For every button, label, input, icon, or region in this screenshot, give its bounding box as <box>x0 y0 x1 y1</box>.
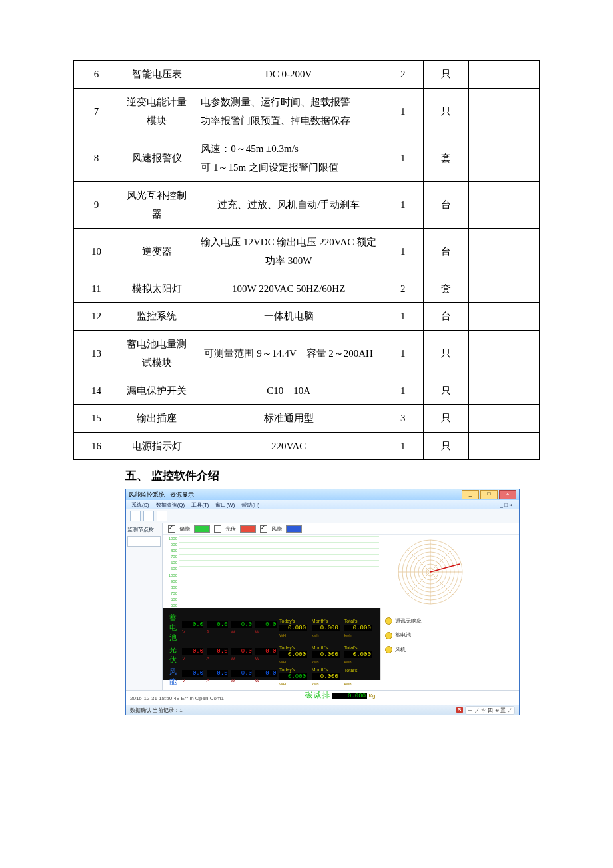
metric-value: 0.0 <box>255 648 277 655</box>
table-row: 10逆变器输入电压 12VDC 输出电压 220VAC 额定功率 300W1台 <box>74 228 540 275</box>
energy-period: Month's <box>312 667 328 672</box>
table-cell: 电源指示灯 <box>119 432 195 460</box>
energy-value: 0.000 <box>312 625 340 631</box>
table-cell: 风光互补控制器 <box>119 181 195 228</box>
table-cell: 监控系统 <box>119 303 195 331</box>
y-tick: 1000 <box>164 536 177 542</box>
table-cell: 智能电压表 <box>119 61 195 89</box>
table-cell: 1 <box>382 88 424 135</box>
table-cell: 14 <box>74 377 119 405</box>
table-cell: 套 <box>424 275 469 303</box>
menu-item[interactable]: 数据查询(Q) <box>156 501 185 509</box>
energy-value: 0.000 <box>312 673 340 680</box>
table-cell: 11 <box>74 275 119 303</box>
line-chart: 10009008007006005004003002001000 <box>164 536 380 570</box>
energy-unit: kwh <box>344 660 352 664</box>
energy-value: 0.000 <box>344 651 372 658</box>
legend-checkbox[interactable] <box>168 525 175 533</box>
table-cell: 8 <box>74 135 119 181</box>
legend-label: 光伏 <box>225 525 236 533</box>
toolbar-button[interactable] <box>157 511 167 521</box>
table-cell <box>468 228 539 275</box>
energy-unit: kwh <box>312 633 319 637</box>
table-cell: 15 <box>74 405 119 433</box>
y-tick: 600 <box>164 560 177 566</box>
table-cell: 1 <box>382 228 424 275</box>
status-label: 通讯无响应 <box>395 618 422 624</box>
table-row: 8风速报警仪风速：0～45m ±0.3m/s可 1～15m 之间设定报警门限值1… <box>74 135 540 181</box>
carbon-unit: Kg <box>369 693 376 699</box>
table-cell: 只 <box>424 432 469 460</box>
table-cell: 只 <box>424 330 469 377</box>
metric-value: 0.0 <box>231 670 252 677</box>
legend-checkbox[interactable] <box>260 525 267 533</box>
metric-row: 蓄电池0.0V0.0A0.0W0.0WToday's0.000WHMonth's… <box>168 612 375 643</box>
metric-unit: V <box>182 678 185 683</box>
legend-label: 风能 <box>271 525 282 533</box>
menu-item[interactable]: 系统(S) <box>131 501 149 509</box>
sidebar-title: 监测节点树 <box>127 526 161 533</box>
table-row: 12监控系统一体机电脑1台 <box>74 303 540 331</box>
software-screenshot: 风能监控系统 - 资源显示 _ □ × 系统(S) 数据查询(Q) 工具(T) … <box>125 489 520 715</box>
toolbar-button[interactable] <box>143 511 154 521</box>
energy-unit: kwh <box>312 682 319 686</box>
metrics-panel: 蓄电池0.0V0.0A0.0W0.0WToday's0.000WHMonth's… <box>163 608 380 680</box>
table-cell: 只 <box>424 377 469 405</box>
table-cell: 风速：0～45m ±0.3m/s可 1～15m 之间设定报警门限值 <box>195 135 382 181</box>
legend-swatch <box>194 525 210 533</box>
table-row: 11模拟太阳灯100W 220VAC 50HZ/60HZ2套 <box>74 275 540 303</box>
energy-unit: WH <box>279 633 286 637</box>
table-cell: 1 <box>382 135 424 181</box>
menu-item[interactable]: 帮助(H) <box>241 501 259 509</box>
metric-unit: W <box>255 656 260 661</box>
metric-unit: W <box>231 629 235 634</box>
metric-unit: W <box>255 629 260 634</box>
energy-unit: WH <box>279 682 286 686</box>
energy-period: Total's <box>344 668 358 673</box>
ime-bar[interactable]: 中 ノ ㄘ 四 ⊕ 置 ノ <box>465 706 515 715</box>
table-row: 15输出插座标准通用型3只 <box>74 405 540 433</box>
menu-item[interactable]: 窗口(W) <box>215 501 235 509</box>
energy-period: Total's <box>344 645 358 650</box>
legend-label: 储能 <box>179 525 190 533</box>
metric-row: 光 伏0.0V0.0A0.0W0.0WToday's0.000WHMonth's… <box>168 643 375 665</box>
menu-item[interactable]: 工具(T) <box>191 501 209 509</box>
table-cell <box>468 275 539 303</box>
ime-icon[interactable]: S <box>456 707 463 713</box>
metric-unit: V <box>182 656 185 661</box>
window-titlebar: 风能监控系统 - 资源显示 _ □ × <box>126 489 519 500</box>
status-label: 风机 <box>395 647 406 653</box>
table-cell: 2 <box>382 61 424 89</box>
energy-value: 0.000 <box>279 651 307 658</box>
energy-unit: kwh <box>344 682 352 686</box>
maximize-button[interactable]: □ <box>480 490 498 499</box>
energy-period: Today's <box>279 667 295 672</box>
metric-value: 0.0 <box>182 648 203 655</box>
table-cell: 12 <box>74 303 119 331</box>
statusbar-text: 数据确认 当前记录：1 <box>130 707 183 714</box>
metric-unit: A <box>207 678 210 683</box>
metric-value: 0.0 <box>207 648 228 655</box>
table-row: 13蓄电池电量测试模块可测量范围 9～14.4V 容量 2～200AH1只 <box>74 330 540 377</box>
mdi-close-icon[interactable]: _ □ × <box>500 502 512 508</box>
metric-value: 0.0 <box>182 621 203 628</box>
toolbar-button[interactable] <box>130 511 141 521</box>
metric-unit: A <box>207 656 210 661</box>
energy-value: 0.000 <box>279 625 307 631</box>
line-chart: 10009008007006005004003002001000 <box>164 573 380 607</box>
close-button[interactable]: × <box>499 490 516 499</box>
metric-value: 0.0 <box>255 621 277 628</box>
status-led-icon <box>385 646 392 653</box>
minimize-button[interactable]: _ <box>462 490 479 499</box>
metric-row: 风 能0.0V0.0A0.0W0.0WToday's0.000WHMonth's… <box>168 665 375 687</box>
energy-period: Today's <box>279 645 295 650</box>
metric-unit: W <box>255 678 260 683</box>
legend-checkbox[interactable] <box>214 525 221 533</box>
y-tick: 500 <box>164 566 177 572</box>
table-cell: 1 <box>382 377 424 405</box>
carbon-value: 0.000 <box>332 693 367 699</box>
y-tick: 700 <box>164 554 177 560</box>
tree-node[interactable] <box>127 536 161 547</box>
toolbar <box>126 509 519 523</box>
table-cell: 3 <box>382 405 424 433</box>
